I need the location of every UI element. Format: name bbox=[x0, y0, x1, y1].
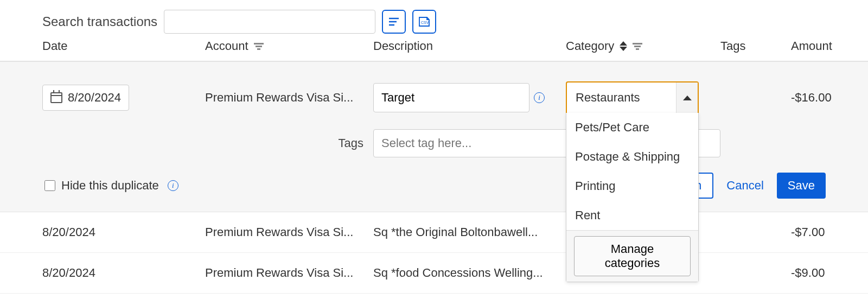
cell-date: 8/20/2024 bbox=[42, 225, 205, 239]
search-label: Search transactions bbox=[42, 14, 157, 29]
category-option[interactable]: Pets/Pet Care bbox=[566, 113, 698, 142]
header-account[interactable]: Account bbox=[205, 39, 373, 53]
date-value: 8/20/2024 bbox=[68, 91, 121, 105]
category-select[interactable]: Restaurants bbox=[566, 81, 699, 114]
info-icon[interactable]: i bbox=[534, 92, 545, 103]
table-row[interactable]: 8/20/2024 Premium Rewards Visa Si... Sq … bbox=[0, 212, 868, 253]
manage-categories-button[interactable]: Manage categories bbox=[574, 236, 691, 276]
export-csv-button[interactable]: CSV bbox=[412, 10, 436, 34]
filter-icon[interactable] bbox=[633, 42, 642, 50]
csv-icon: CSV bbox=[417, 16, 431, 28]
hide-duplicate-input[interactable] bbox=[44, 180, 55, 191]
category-dropdown: Pets/Pet Care Postage & Shipping Printin… bbox=[566, 113, 699, 282]
save-button[interactable]: Save bbox=[777, 173, 826, 199]
filter-icon[interactable] bbox=[254, 42, 264, 50]
description-input[interactable] bbox=[373, 83, 529, 112]
header-description[interactable]: Description bbox=[373, 39, 566, 53]
date-input[interactable]: 8/20/2024 bbox=[42, 85, 129, 111]
cell-account: Premium Rewards Visa Si... bbox=[205, 266, 373, 280]
category-selected-value: Restaurants bbox=[567, 91, 649, 105]
amount-value: -$16.00 bbox=[791, 91, 862, 105]
header-category[interactable]: Category bbox=[566, 39, 720, 53]
search-input[interactable] bbox=[164, 10, 375, 34]
hide-duplicate-label: Hide this duplicate bbox=[61, 179, 159, 193]
format-icon-button[interactable] bbox=[382, 10, 406, 34]
info-icon[interactable]: i bbox=[168, 180, 178, 191]
hide-duplicate-checkbox[interactable]: Hide this duplicate i bbox=[42, 179, 178, 193]
header-tags[interactable]: Tags bbox=[720, 39, 791, 53]
list-icon bbox=[388, 16, 400, 27]
cancel-button[interactable]: Cancel bbox=[723, 178, 767, 193]
transaction-edit-panel: 8/20/2024 Premium Rewards Visa Si... i R… bbox=[0, 62, 868, 212]
account-label: Premium Rewards Visa Si... bbox=[205, 91, 373, 105]
category-option[interactable]: Postage & Shipping bbox=[566, 142, 698, 171]
calendar-icon bbox=[50, 92, 62, 103]
cell-amount: -$9.00 bbox=[791, 266, 855, 280]
table-row[interactable]: 8/20/2024 Premium Rewards Visa Si... Sq … bbox=[0, 253, 868, 294]
category-option[interactable]: Rent bbox=[566, 201, 698, 230]
cell-account: Premium Rewards Visa Si... bbox=[205, 225, 373, 239]
header-amount[interactable]: Amount bbox=[791, 39, 862, 53]
category-option[interactable]: Printing bbox=[566, 171, 698, 201]
cell-amount: -$7.00 bbox=[791, 225, 855, 239]
header-date[interactable]: Date bbox=[42, 39, 205, 53]
svg-text:CSV: CSV bbox=[421, 21, 429, 24]
chevron-up-icon bbox=[676, 82, 698, 113]
table-header: Date Account Description Category Tags A… bbox=[0, 39, 868, 62]
tags-label: Tags bbox=[205, 136, 373, 150]
cell-date: 8/20/2024 bbox=[42, 266, 205, 280]
sort-icon[interactable] bbox=[620, 41, 627, 51]
